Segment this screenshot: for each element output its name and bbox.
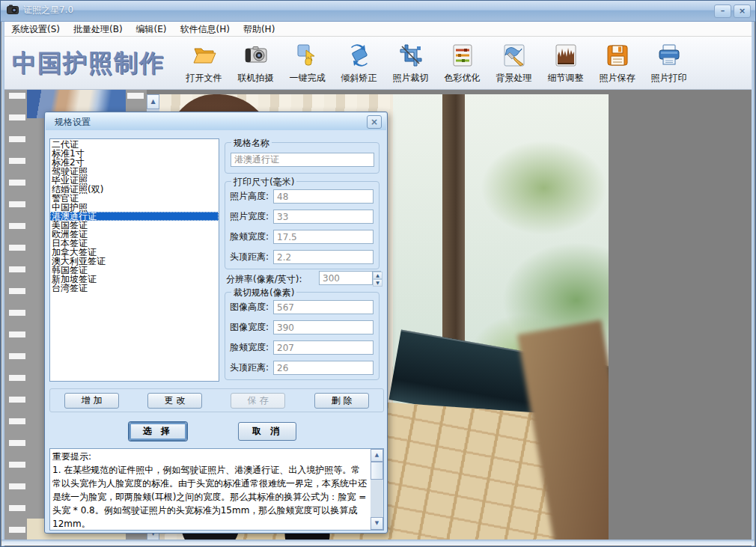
delete-button[interactable]: 删 除 [314,393,369,409]
tool-save[interactable]: 照片保存 [591,40,643,86]
spinner-up-icon[interactable]: ▲ [373,272,382,279]
tool-label: 照片打印 [651,72,687,85]
note-text: 重要提示: 1. 在某些规范的证件照中，例如驾驶证照片、港澳通行证、出入境护照等… [52,450,369,529]
cheek-width-input[interactable] [273,230,374,244]
titlebar: 证照之星7.0 – × [1,1,755,22]
window-border-left [1,22,4,546]
field-label: 照片高度: [230,190,273,203]
tool-one-click[interactable]: 一键完成 [281,40,333,86]
tool-label: 色彩优化 [445,72,481,85]
camera-capture-icon [243,43,269,70]
tool-print[interactable]: 照片打印 [643,40,695,86]
menu-edit[interactable]: 编辑(E) [129,22,174,37]
window-border-bottom [1,540,755,546]
scroll-up-icon[interactable]: ▲ [147,94,159,109]
scroll-up-icon[interactable]: ▲ [371,449,383,462]
name-group-label: 规格名称 [231,137,272,150]
tool-detail-adjust[interactable]: 细节调整 [540,40,591,86]
window-border-right [752,22,755,546]
deskew-icon [347,43,372,70]
menu-batch-process[interactable]: 批量处理(B) [67,22,129,37]
tool-label: 联机拍摄 [238,72,274,85]
spec-settings-dialog: 规格设置 × 二代证 标准1寸 标准2寸 驾驶证照 毕业证照 结婚证照(双) 警… [44,111,388,534]
photo-height-input[interactable] [273,189,374,204]
image-width-input[interactable] [273,320,374,334]
cheek-width-px-input[interactable] [273,340,374,355]
save-button: 保 存 [231,393,285,409]
color-sliders-icon [450,43,475,70]
dialog-title: 规格设置 [55,116,91,129]
tool-camera-capture[interactable]: 联机拍摄 [230,40,281,86]
scroll-down-icon[interactable]: ▼ [371,517,383,530]
tool-label: 细节调整 [548,72,584,85]
cancel-button[interactable]: 取 消 [238,422,296,441]
photo-width-input[interactable] [273,210,374,224]
head-top-px-input[interactable] [273,361,374,375]
spec-name-input[interactable] [231,153,374,167]
tool-background[interactable]: 背景处理 [488,40,540,86]
app-camera-icon [7,4,19,16]
add-button[interactable]: 增 加 [64,393,119,409]
note-scrollbar[interactable]: ▲ ▼ [371,449,383,530]
field-label: 头顶距离: [230,361,273,374]
field-label: 脸颊宽度: [230,341,273,354]
resolution-spinner: ▲ ▼ [372,272,382,284]
note-box: 重要提示: 1. 在某些规范的证件照中，例如驾驶证照片、港澳通行证、出入境护照等… [49,448,384,531]
tool-label: 打开文件 [186,72,222,85]
toolbar: 中国护照制作 打开文件 联机拍摄 一键完成 倾斜矫正 照片裁切 [4,37,752,90]
menu-help[interactable]: 帮助(H) [237,22,281,37]
field-label: 图像宽度: [230,321,273,334]
tool-open-file[interactable]: 打开文件 [178,40,230,86]
crop-group-label: 裁切规格(像素) [231,287,296,299]
minimize-icon[interactable]: – [714,4,731,18]
histogram-icon [553,43,579,70]
tool-label: 背景处理 [496,72,532,85]
print-group-label: 打印尺寸(毫米) [231,176,296,189]
close-icon[interactable]: × [734,4,751,18]
spinner-down-icon[interactable]: ▼ [373,279,382,287]
action-button-group: 增 加 更 改 保 存 删 除 [49,388,384,412]
filmstrip-perforations-left [9,93,25,538]
app-window: 证照之星7.0 – × 系统设置(S) 批量处理(B) 编辑(E) 软件信息(H… [0,0,756,547]
brand-title: 中国护照制作 [12,47,165,80]
modify-button[interactable]: 更 改 [147,393,202,409]
field-label: 头顶距离: [230,251,273,263]
tool-color-optimize[interactable]: 色彩优化 [436,40,488,86]
dialog-close-icon[interactable]: × [367,115,382,129]
window-title: 证照之星7.0 [23,4,73,16]
resolution-label: 分辨率(像素/英寸): [226,273,302,286]
field-label: 图像高度: [230,301,273,314]
name-group: 规格名称 [225,142,379,174]
one-click-icon [295,43,320,70]
spec-listbox[interactable]: 二代证 标准1寸 标准2寸 驾驶证照 毕业证照 结婚证照(双) 警官证 中国护照… [49,138,219,382]
printer-icon [656,43,682,70]
head-top-input[interactable] [273,250,374,264]
list-item[interactable]: 台湾签证 [50,284,219,293]
tool-label: 倾斜矫正 [341,72,377,85]
scrollbar-thumb[interactable] [371,462,383,480]
dialog-header[interactable]: 规格设置 × [46,113,386,130]
print-size-group: 打印尺寸(毫米) 照片高度: 照片宽度: 脸颊宽度: 头顶距离: [225,181,379,269]
menu-system-settings[interactable]: 系统设置(S) [4,22,67,37]
tool-label: 照片保存 [600,72,635,85]
field-label: 照片宽度: [230,210,273,223]
menu-software-info[interactable]: 软件信息(H) [174,22,237,37]
tool-label: 照片裁切 [393,72,429,85]
tool-crop[interactable]: 照片裁切 [385,40,436,86]
background-brush-icon [502,43,527,70]
image-height-input[interactable] [273,300,374,314]
crop-size-group: 裁切规格(像素) 图像高度: 图像宽度: 脸颊宽度: 头顶距离: [225,292,379,380]
menubar: 系统设置(S) 批量处理(B) 编辑(E) 软件信息(H) 帮助(H) [4,22,752,37]
crop-icon [398,43,424,70]
open-file-icon [192,43,217,70]
save-icon [605,43,630,70]
resolution-row: 分辨率(像素/英寸): ▲ ▼ [226,271,383,286]
field-label: 脸颊宽度: [230,230,273,243]
tool-label: 一键完成 [290,72,326,85]
tool-deskew[interactable]: 倾斜矫正 [333,40,385,86]
select-button[interactable]: 选 择 [129,422,187,441]
